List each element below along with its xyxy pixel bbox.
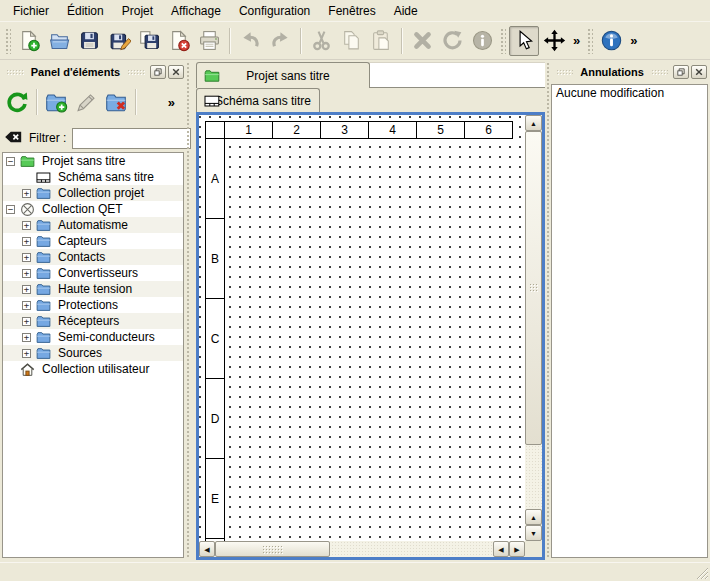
expand-icon[interactable]: [22, 317, 31, 326]
undo-button[interactable]: [235, 26, 265, 56]
tree-item-haute-tension[interactable]: Haute tension: [3, 281, 183, 297]
delete-category-button[interactable]: [101, 87, 131, 117]
tree-item-collection-qet[interactable]: Collection QET: [3, 201, 183, 217]
tree-item-label: Protections: [58, 298, 118, 312]
copy-icon: [340, 29, 363, 52]
expand-icon[interactable]: [22, 253, 31, 262]
menu-fichier[interactable]: Fichier: [4, 1, 58, 21]
expand-icon[interactable]: [22, 301, 31, 310]
tree-item-automatisme[interactable]: Automatisme: [3, 217, 183, 233]
column-header-1: 1: [224, 121, 273, 139]
filter-input[interactable]: [72, 128, 191, 149]
tab-schema[interactable]: Schéma sans titre: [196, 88, 320, 112]
tree-item-protections[interactable]: Protections: [3, 297, 183, 313]
tree-item-projet-sans-titre[interactable]: Projet sans titre: [3, 153, 183, 169]
toolbar-handle[interactable]: [500, 28, 506, 54]
dock-close-icon: [694, 65, 704, 80]
collapse-icon[interactable]: [6, 157, 15, 166]
elements-panel-close-button[interactable]: [168, 65, 184, 79]
scroll-up-button[interactable]: ▲: [525, 115, 542, 131]
menu-aide[interactable]: Aide: [385, 1, 427, 21]
arrow-up-icon: ▲: [530, 120, 537, 127]
save-as-icon: [108, 29, 131, 52]
resize-grip-icon[interactable]: [696, 567, 709, 580]
save-button[interactable]: [74, 26, 104, 56]
visualisation-mode-button[interactable]: [539, 26, 569, 56]
expand-icon[interactable]: [22, 349, 31, 358]
tree-item-collection-projet[interactable]: Collection projet: [3, 185, 183, 201]
scroll-up-button-2[interactable]: ▲: [525, 509, 542, 525]
save-all-button[interactable]: [134, 26, 164, 56]
cut-button[interactable]: [306, 26, 336, 56]
close-file-button[interactable]: [164, 26, 194, 56]
horizontal-scroll-thumb[interactable]: [215, 541, 330, 557]
collapse-icon[interactable]: [6, 205, 15, 214]
print-button[interactable]: [194, 26, 224, 56]
expand-icon[interactable]: [22, 333, 31, 342]
scroll-down-button[interactable]: ▼: [525, 525, 542, 541]
schema-canvas[interactable]: 123456ABCDE: [199, 115, 525, 541]
menu-projet[interactable]: Projet: [113, 1, 162, 21]
vertical-scroll-thumb[interactable]: [525, 131, 542, 445]
toolbar-handle[interactable]: [5, 28, 11, 54]
new-category-button[interactable]: [41, 87, 71, 117]
tab-schema-label: Schéma sans titre: [205, 94, 311, 108]
expand-icon[interactable]: [22, 285, 31, 294]
tree-item-recepteurs[interactable]: Récepteurs: [3, 313, 183, 329]
tree-item-schema-sans-titre[interactable]: Schéma sans titre: [3, 169, 183, 185]
horizontal-scrollbar[interactable]: ◀ ◀ ▶: [199, 541, 525, 557]
move-icon: [543, 29, 566, 52]
menu-edition[interactable]: Édition: [58, 1, 113, 21]
arrow-down-icon: ▼: [530, 530, 537, 537]
undo-panel-float-button[interactable]: [673, 65, 689, 79]
toolbar-overflow-button[interactable]: »: [626, 33, 641, 48]
reload-collections-button[interactable]: [2, 87, 32, 117]
expand-icon[interactable]: [22, 221, 31, 230]
scroll-right-button[interactable]: ▶: [509, 541, 525, 557]
menu-fenetres[interactable]: Fenêtres: [319, 1, 384, 21]
menu-configuration[interactable]: Configuration: [230, 1, 319, 21]
tab-project[interactable]: Projet sans titre: [196, 62, 370, 88]
tree-item-collection-utilisateur[interactable]: Collection utilisateur: [3, 361, 183, 377]
undo-list-item[interactable]: Aucune modification: [552, 85, 707, 102]
save-as-button[interactable]: [104, 26, 134, 56]
rotate-button[interactable]: [437, 26, 467, 56]
undo-panel-close-button[interactable]: [691, 65, 707, 79]
edit-category-button[interactable]: [71, 87, 101, 117]
left-splitter[interactable]: [184, 62, 192, 559]
scroll-left-button-2[interactable]: ◀: [493, 541, 509, 557]
open-button[interactable]: [44, 26, 74, 56]
copy-button[interactable]: [336, 26, 366, 56]
selection-mode-button[interactable]: [509, 26, 539, 56]
expand-icon[interactable]: [22, 189, 31, 198]
thumb-grip-icon: [529, 283, 538, 293]
toolbar-overflow-button[interactable]: »: [569, 33, 584, 48]
scroll-left-button[interactable]: ◀: [199, 541, 215, 557]
delete-button[interactable]: [407, 26, 437, 56]
elements-panel-float-button[interactable]: [150, 65, 166, 79]
expand-icon[interactable]: [22, 269, 31, 278]
tree-item-contacts[interactable]: Contacts: [3, 249, 183, 265]
tree-item-capteurs[interactable]: Capteurs: [3, 233, 183, 249]
tree-item-convertisseurs[interactable]: Convertisseurs: [3, 265, 183, 281]
tree-item-semi-conducteurs[interactable]: Semi-conducteurs: [3, 329, 183, 345]
about-button[interactable]: [596, 26, 626, 56]
thumb-grip-icon: [262, 545, 284, 554]
element-info-button[interactable]: [467, 26, 497, 56]
redo-icon: [269, 29, 292, 52]
paste-button[interactable]: [366, 26, 396, 56]
paste-icon: [370, 29, 393, 52]
toolbar-overflow-button[interactable]: »: [168, 95, 175, 110]
vertical-scrollbar[interactable]: ▲ ▲ ▼: [525, 115, 542, 541]
toolbar-separator: [135, 89, 136, 115]
menu-affichage[interactable]: Affichage: [162, 1, 230, 21]
expand-icon[interactable]: [22, 237, 31, 246]
filter-clear-button[interactable]: [4, 130, 23, 146]
redo-button[interactable]: [265, 26, 295, 56]
dock-close-icon: [171, 65, 181, 80]
tree-item-sources[interactable]: Sources: [3, 345, 183, 361]
new-project-button[interactable]: [14, 26, 44, 56]
delete-icon: [411, 29, 434, 52]
qelectrotech-window: FichierÉditionProjetAffichageConfigurati…: [0, 0, 710, 581]
toolbar-handle[interactable]: [587, 28, 593, 54]
